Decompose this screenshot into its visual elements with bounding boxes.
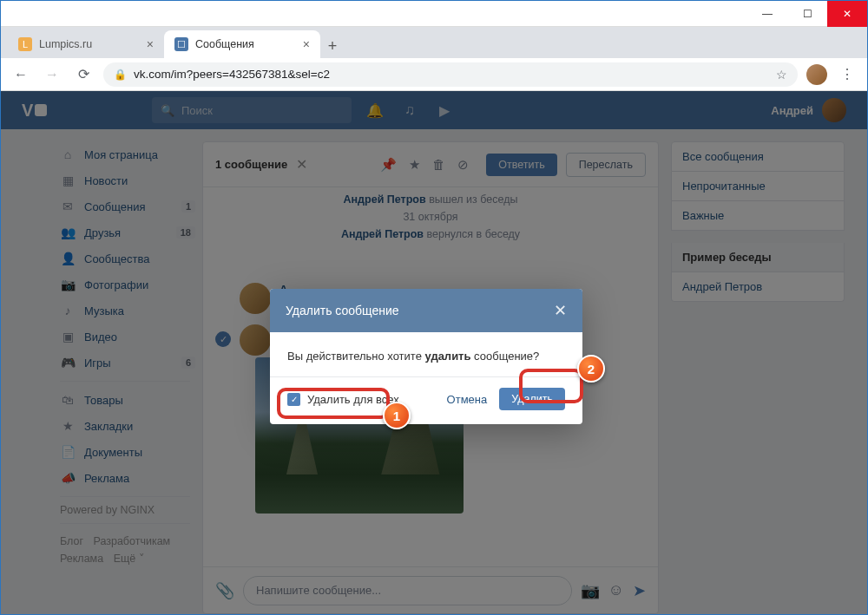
annotation-callout-2: 2 [577, 355, 605, 383]
tab-close-icon[interactable]: × [303, 37, 310, 51]
new-tab-button[interactable]: + [320, 34, 345, 58]
lock-icon: 🔒 [114, 69, 127, 81]
tab-title: Lumpics.ru [39, 38, 92, 50]
browser-window: — ☐ ✕ L Lumpics.ru × ☐ Сообщения × + ← →… [0, 0, 868, 615]
modal-header: Удалить сообщение ✕ [270, 289, 582, 332]
modal-close-icon[interactable]: ✕ [554, 301, 567, 320]
nav-back-button[interactable]: ← [10, 63, 32, 86]
window-close-button[interactable]: ✕ [827, 1, 867, 27]
url-text: vk.com/im?peers=432567381&sel=c2 [134, 68, 330, 81]
tab-title: Сообщения [195, 38, 254, 50]
profile-avatar-icon[interactable] [806, 64, 827, 85]
favicon-icon: ☐ [174, 37, 188, 51]
browser-tab-messages[interactable]: ☐ Сообщения × [164, 30, 320, 58]
modal-text: сообщение? [470, 350, 539, 363]
cancel-button[interactable]: Отмена [447, 393, 488, 406]
browser-tab-lumpics[interactable]: L Lumpics.ru × [8, 30, 164, 58]
annotation-highlight-1 [277, 388, 390, 419]
modal-text: Вы действительно хотите [287, 350, 424, 363]
tab-close-icon[interactable]: × [147, 37, 154, 51]
nav-reload-button[interactable]: ⟳ [72, 63, 95, 86]
star-icon[interactable]: ☆ [776, 68, 787, 82]
annotation-callout-1: 1 [383, 402, 411, 429]
browser-address-bar: ← → ⟳ 🔒 vk.com/im?peers=432567381&sel=c2… [1, 58, 867, 91]
window-maximize-button[interactable]: ☐ [787, 1, 827, 27]
window-minimize-button[interactable]: — [747, 1, 787, 27]
favicon-icon: L [18, 37, 32, 51]
browser-menu-button[interactable]: ⋮ [836, 63, 858, 86]
window-titlebar: — ☐ ✕ [1, 1, 867, 27]
modal-text-strong: удалить [424, 350, 470, 363]
browser-tabstrip: L Lumpics.ru × ☐ Сообщения × + [1, 27, 867, 58]
page-content: V 🔍 Поиск 🔔 ♫ ▶ Андрей ⌂Моя страница ▦Но… [1, 91, 867, 614]
nav-forward-button[interactable]: → [41, 63, 63, 86]
annotation-highlight-2 [519, 369, 583, 403]
modal-title: Удалить сообщение [286, 304, 399, 317]
address-field[interactable]: 🔒 vk.com/im?peers=432567381&sel=c2 ☆ [103, 62, 798, 87]
